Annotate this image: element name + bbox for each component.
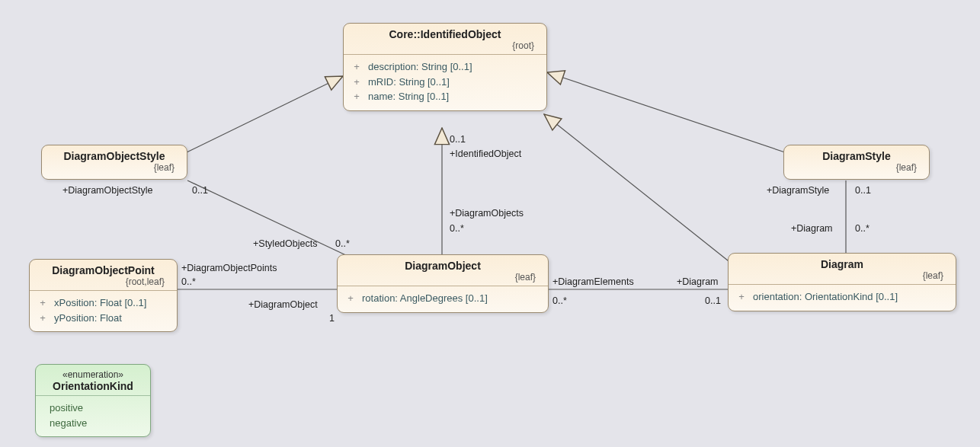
role-diagramobjectstyle: +DiagramObjectStyle (62, 185, 152, 196)
class-header: Diagram {leaf} (729, 254, 956, 285)
gen-dos-to-identified (187, 76, 343, 152)
mult-styledobjects: 0..* (335, 238, 350, 249)
class-identified-object[interactable]: Core::IdentifiedObject {root} +descripti… (343, 23, 547, 111)
class-header: DiagramObjectStyle {leaf} (42, 145, 187, 176)
class-tags: {leaf} (738, 270, 946, 281)
attr-row: +rotation: AngleDegrees [0..1] (347, 291, 539, 306)
mult-diagramelements: 0..* (552, 295, 567, 306)
class-header: DiagramObjectPoint {root,leaf} (30, 260, 177, 291)
visibility: + (353, 89, 360, 104)
enum-header: «enumeration» OrientationKind (36, 365, 150, 396)
enum-body: positive negative (36, 396, 150, 436)
visibility: + (39, 295, 46, 311)
class-header: DiagramStyle {leaf} (784, 145, 929, 176)
attr-row: +yPosition: Float (39, 311, 168, 326)
role-diagram: +Diagram (677, 276, 719, 287)
role-diagramobjectpoints: +DiagramObjectPoints (181, 263, 277, 273)
class-tags: {leaf} (51, 162, 178, 173)
attr-row: +orientation: OrientationKind [0..1] (738, 289, 946, 305)
class-tags: {root,leaf} (39, 276, 168, 287)
attr-text: yPosition: Float (54, 311, 122, 326)
class-title: DiagramObjectPoint (39, 264, 168, 276)
role-identifiedobject: +IdentifiedObject (450, 148, 521, 159)
mult-dop-diagramobject: 1 (329, 313, 335, 324)
visibility: + (39, 311, 46, 326)
mult-diagramstyle: 0..1 (855, 185, 871, 196)
role-styledobjects: +StyledObjects (253, 238, 317, 249)
visibility: + (347, 291, 354, 306)
class-header: DiagramObject {leaf} (338, 255, 548, 286)
class-body: +rotation: AngleDegrees [0..1] (338, 286, 548, 312)
class-title: DiagramObjectStyle (51, 150, 178, 162)
visibility: + (353, 75, 360, 90)
class-body: +xPosition: Float [0..1] +yPosition: Flo… (30, 291, 177, 331)
class-tags: {root} (353, 40, 537, 51)
class-diagram-object-style[interactable]: DiagramObjectStyle {leaf} (41, 145, 187, 180)
attr-text: name: String [0..1] (368, 89, 449, 104)
attr-row: +name: String [0..1] (353, 89, 537, 104)
attr-row: +description: String [0..1] (353, 59, 537, 75)
mult-diagramobjectstyle: 0..1 (192, 185, 208, 196)
class-title: Diagram (738, 258, 946, 270)
enum-literal: negative (45, 416, 141, 431)
attr-text: orientation: OrientationKind [0..1] (753, 289, 898, 305)
gen-diagram-to-identified (544, 114, 735, 267)
uml-canvas: Core::IdentifiedObject {root} +descripti… (0, 0, 980, 447)
class-tags: {leaf} (793, 162, 920, 173)
enum-stereotype: «enumeration» (45, 369, 141, 380)
class-title: DiagramObject (347, 260, 539, 272)
attr-text: mRID: String [0..1] (368, 75, 450, 90)
class-diagram[interactable]: Diagram {leaf} +orientation: Orientation… (728, 253, 956, 311)
class-title: DiagramStyle (793, 150, 920, 162)
role-diagramstyle: +DiagramStyle (767, 185, 829, 196)
mult-diagram: 0..1 (705, 295, 721, 306)
attr-row: +xPosition: Float [0..1] (39, 295, 168, 311)
class-tags: {leaf} (347, 272, 539, 283)
class-diagram-object-point[interactable]: DiagramObjectPoint {root,leaf} +xPositio… (29, 259, 178, 332)
class-body: +orientation: OrientationKind [0..1] (729, 285, 956, 311)
mult-diagramobjects: 0..* (450, 223, 464, 234)
attr-text: xPosition: Float [0..1] (54, 295, 146, 311)
enum-title: OrientationKind (45, 380, 141, 392)
class-title: Core::IdentifiedObject (353, 28, 537, 40)
visibility: + (738, 289, 745, 305)
role-diagramelements: +DiagramElements (552, 276, 634, 287)
attr-row: +mRID: String [0..1] (353, 75, 537, 90)
role-diagramobjects: +DiagramObjects (450, 208, 524, 219)
gen-ds-to-identified (547, 72, 785, 152)
enum-orientation-kind[interactable]: «enumeration» OrientationKind positive n… (35, 364, 151, 437)
class-diagram-object[interactable]: DiagramObject {leaf} +rotation: AngleDeg… (337, 254, 549, 313)
class-header: Core::IdentifiedObject {root} (344, 24, 546, 55)
enum-literal: positive (45, 401, 141, 416)
attr-text: rotation: AngleDegrees [0..1] (362, 291, 488, 306)
assoc-style-to-do (187, 180, 349, 257)
class-diagram-style[interactable]: DiagramStyle {leaf} (783, 145, 930, 180)
role-ds-diagram: +Diagram (791, 223, 833, 234)
mult-identifiedobject: 0..1 (450, 134, 466, 145)
mult-diagramobjectpoints: 0..* (181, 276, 196, 287)
attr-text: description: String [0..1] (368, 59, 472, 75)
visibility: + (353, 59, 360, 75)
role-dop-diagramobject: +DiagramObject (248, 299, 318, 310)
class-body: +description: String [0..1] +mRID: Strin… (344, 55, 546, 110)
mult-ds-diagram: 0..* (855, 223, 870, 234)
